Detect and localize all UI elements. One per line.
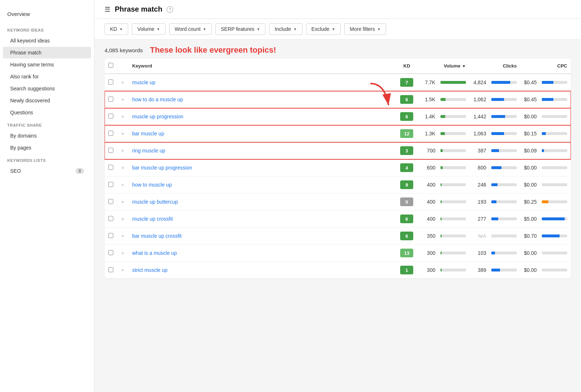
sidebar-item-newly-discovered[interactable]: Newly discovered <box>3 95 91 106</box>
keyword-link[interactable]: muscle up progression <box>132 114 183 119</box>
row-checkbox[interactable] <box>108 165 113 170</box>
help-icon[interactable]: ? <box>167 6 173 13</box>
row-checkbox-cell[interactable] <box>105 125 118 142</box>
sidebar-item-also-rank-for[interactable]: Also rank for <box>3 71 91 82</box>
row-checkbox-cell[interactable] <box>105 91 118 108</box>
sidebar-item-by-pages[interactable]: By pages <box>3 142 91 154</box>
add-keyword-icon[interactable]: + <box>121 79 124 85</box>
row-checkbox-cell[interactable] <box>105 159 118 176</box>
clicks-cell: 1,442 <box>470 108 520 125</box>
volume-bar-fill <box>440 149 443 152</box>
keyword-link[interactable]: what is a muscle up <box>132 250 177 256</box>
sidebar-item-having-same-terms[interactable]: Having same terms <box>3 59 91 70</box>
add-keyword-icon[interactable]: + <box>121 250 124 256</box>
filter-btn-word-count[interactable]: Word count▼ <box>169 23 212 35</box>
keyword-link[interactable]: bar muscle up <box>132 131 164 136</box>
clicks-cell: N/A <box>470 228 520 245</box>
filter-btn-exclude[interactable]: Exclude▼ <box>306 23 341 35</box>
keyword-link[interactable]: bar muscle up crossfit <box>132 233 182 239</box>
volume-column-header[interactable]: Volume ▼ <box>421 58 470 74</box>
row-checkbox[interactable] <box>108 148 113 153</box>
row-add-cell[interactable]: + <box>118 211 129 228</box>
row-add-cell[interactable]: + <box>118 193 129 211</box>
row-checkbox[interactable] <box>108 182 113 187</box>
row-add-cell[interactable]: + <box>118 262 129 279</box>
filter-btn-serp-features[interactable]: SERP features▼ <box>215 23 265 35</box>
add-keyword-icon[interactable]: + <box>121 216 124 222</box>
add-keyword-icon[interactable]: + <box>121 267 124 273</box>
clicks-bar <box>491 98 517 101</box>
kd-column-header[interactable]: KD <box>392 58 421 74</box>
row-checkbox-cell[interactable] <box>105 228 118 245</box>
filter-btn-kd[interactable]: KD▼ <box>105 23 128 35</box>
row-add-cell[interactable]: + <box>118 245 129 262</box>
select-all-header[interactable] <box>105 58 118 74</box>
row-checkbox[interactable] <box>108 216 113 221</box>
row-add-cell[interactable]: + <box>118 91 129 108</box>
table-row: + bar muscle up crossfit 6 350 N/A $0. <box>105 228 571 245</box>
row-checkbox-cell[interactable] <box>105 193 118 211</box>
row-checkbox[interactable] <box>108 131 113 136</box>
cpc-cell: $0.15 <box>520 125 571 142</box>
clicks-column-header[interactable]: Clicks <box>470 58 520 74</box>
sidebar-item-search-suggestions[interactable]: Search suggestions <box>3 83 91 94</box>
add-keyword-icon[interactable]: + <box>121 148 124 154</box>
keyword-link[interactable]: how to muscle up <box>132 182 172 188</box>
row-checkbox-cell[interactable] <box>105 108 118 125</box>
clicks-value: 193 <box>478 199 486 205</box>
row-checkbox[interactable] <box>108 97 113 102</box>
table-row: + muscle up progression 6 1.4K 1,442 $ <box>105 108 571 125</box>
row-checkbox-cell[interactable] <box>105 74 118 91</box>
row-add-cell[interactable]: + <box>118 125 129 142</box>
row-checkbox[interactable] <box>108 250 113 255</box>
sidebar-item-seo[interactable]: SEO8 <box>3 165 91 177</box>
cpc-column-header[interactable]: CPC <box>520 58 571 74</box>
row-checkbox[interactable] <box>108 267 113 272</box>
row-checkbox-cell[interactable] <box>105 245 118 262</box>
row-checkbox-cell[interactable] <box>105 176 118 193</box>
keyword-link[interactable]: muscle up buttercup <box>132 199 178 205</box>
row-checkbox-cell[interactable] <box>105 211 118 228</box>
filter-btn-include[interactable]: Include▼ <box>269 23 302 35</box>
row-add-cell[interactable]: + <box>118 159 129 176</box>
sidebar-item-questions[interactable]: Questions <box>3 107 91 118</box>
add-keyword-icon[interactable]: + <box>121 97 124 102</box>
row-checkbox[interactable] <box>108 199 113 204</box>
add-keyword-icon[interactable]: + <box>121 182 124 188</box>
row-checkbox[interactable] <box>108 79 113 85</box>
keyword-link[interactable]: muscle up crossfit <box>132 216 173 222</box>
row-checkbox-cell[interactable] <box>105 142 118 159</box>
sidebar-item-all-keyword-ideas[interactable]: All keyword ideas <box>3 35 91 46</box>
row-add-cell[interactable]: + <box>118 74 129 91</box>
row-add-cell[interactable]: + <box>118 176 129 193</box>
add-keyword-icon[interactable]: + <box>121 199 124 205</box>
add-keyword-icon[interactable]: + <box>121 131 124 136</box>
cpc-bar <box>542 115 567 118</box>
row-checkbox[interactable] <box>108 114 113 119</box>
volume-bar-fill <box>440 200 442 203</box>
keyword-link[interactable]: strict muscle up <box>132 267 167 273</box>
volume-bar-fill <box>440 183 442 186</box>
row-add-cell[interactable]: + <box>118 142 129 159</box>
add-keyword-icon[interactable]: + <box>121 114 124 119</box>
sidebar-item-overview[interactable]: Overview <box>0 7 94 24</box>
add-keyword-icon[interactable]: + <box>121 165 124 171</box>
row-add-cell[interactable]: + <box>118 228 129 245</box>
keyword-link[interactable]: how to do a muscle up <box>132 97 183 102</box>
filter-btn-volume[interactable]: Volume▼ <box>132 23 166 35</box>
sidebar-item-by-domains[interactable]: By domains <box>3 130 91 142</box>
volume-bar <box>440 149 466 152</box>
row-checkbox[interactable] <box>108 233 113 238</box>
select-all-checkbox[interactable] <box>108 63 113 68</box>
menu-icon[interactable]: ☰ <box>105 5 110 13</box>
volume-value: 1.5K <box>425 97 435 102</box>
filter-dropdown-icon: ▼ <box>332 27 335 31</box>
add-keyword-icon[interactable]: + <box>121 233 124 239</box>
keyword-link[interactable]: muscle up <box>132 79 155 85</box>
sidebar-item-phrase-match[interactable]: Phrase match <box>3 47 91 58</box>
filter-btn-more-filters[interactable]: More filters▼ <box>344 23 386 35</box>
row-add-cell[interactable]: + <box>118 108 129 125</box>
keyword-link[interactable]: bar muscle up progression <box>132 165 192 171</box>
keyword-link[interactable]: ring muscle up <box>132 148 165 154</box>
row-checkbox-cell[interactable] <box>105 262 118 279</box>
